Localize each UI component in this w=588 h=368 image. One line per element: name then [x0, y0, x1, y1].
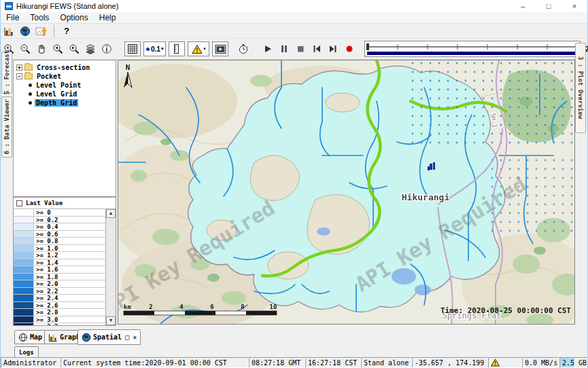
legend-label: >= 1.2	[34, 252, 106, 259]
legend-row[interactable]: >= 1.0	[14, 245, 106, 253]
legend-row[interactable]: >= 0.8	[14, 238, 106, 245]
collapse-icon[interactable]: -	[16, 73, 22, 79]
logs-button[interactable]: Logs	[14, 346, 39, 358]
map-canvas: API Key Required API Key Required Hikura…	[118, 60, 575, 325]
main-toolbar: ?	[1, 24, 587, 39]
point-size-dropdown[interactable]: 0.1 ▾	[143, 41, 166, 56]
scroll-up-icon[interactable]: ▲	[106, 209, 116, 218]
animation-icon[interactable]	[212, 41, 228, 56]
legend-row[interactable]: >= 2.6	[14, 302, 106, 310]
globe-icon[interactable]	[17, 24, 33, 39]
menu-bar: File Tools Options Help	[1, 12, 587, 24]
legend-swatch	[14, 231, 34, 238]
warning-dropdown[interactable]: ▾	[188, 41, 209, 56]
minimize-button[interactable]: –	[510, 0, 536, 12]
legend-row[interactable]: >= 2.0	[14, 280, 106, 288]
maximize-button[interactable]: □	[536, 0, 561, 12]
play-icon[interactable]	[260, 41, 276, 56]
node-bullet-icon	[29, 92, 32, 96]
expand-icon[interactable]: +	[16, 65, 22, 71]
svg-text:2: 2	[149, 303, 152, 310]
legend-row[interactable]: >= 2.2	[14, 288, 106, 295]
legend-label: >= 1.6	[34, 266, 106, 273]
sidebar-tab-forecast[interactable]: 5 : Forecast	[1, 52, 12, 94]
tab-maximize-icon[interactable]: □	[125, 333, 129, 341]
menu-options[interactable]: Options	[54, 13, 93, 22]
plot-arrow-icon[interactable]	[33, 24, 50, 39]
legend-swatch	[14, 295, 34, 301]
svg-text:km: km	[124, 303, 131, 310]
sidebar-tab-data-viewer[interactable]: 6 : Data Viewer	[1, 96, 12, 158]
toolbar-separator	[54, 25, 54, 37]
legend-label: >= 2.4	[34, 295, 106, 301]
legend-list: >= 0>= 0.2>= 0.4>= 0.6>= 0.8>= 1.0>= 1.2…	[14, 209, 106, 325]
legend-swatch	[14, 252, 34, 259]
sidebar-tab-plot-overview[interactable]: 3 : Plot Overview	[575, 43, 586, 133]
help-icon[interactable]: ?	[58, 24, 75, 39]
folder-icon	[24, 65, 33, 71]
status-bar: Administrator Current system time:2020-0…	[1, 357, 587, 368]
timer-icon[interactable]	[235, 41, 252, 56]
status-warning[interactable]	[488, 357, 522, 368]
zoom-out-icon[interactable]	[17, 41, 33, 56]
timeline-slider[interactable]	[364, 41, 581, 57]
legend-header: Last Value	[14, 198, 116, 209]
legend-row[interactable]: >= 1.4	[14, 259, 106, 267]
warning-icon	[491, 358, 500, 367]
legend-row[interactable]: >= 3.2	[14, 323, 106, 325]
legend-swatch	[14, 316, 34, 323]
grid-icon[interactable]	[124, 41, 141, 56]
playback-controls	[260, 41, 358, 56]
info-icon[interactable]	[99, 41, 115, 56]
legend-row[interactable]: >= 2.8	[14, 309, 106, 316]
legend-row[interactable]: >= 1.2	[14, 252, 106, 259]
skip-end-icon[interactable]	[325, 41, 341, 56]
scroll-down-icon[interactable]: ▼	[106, 316, 116, 325]
bar-chart-icon	[48, 333, 58, 342]
tree-node-depth-grid[interactable]: Depth Grid	[16, 98, 116, 107]
layers-icon[interactable]	[82, 41, 99, 56]
legend-scrollbar[interactable]: ▲ ▼	[105, 209, 116, 325]
legend-row[interactable]: >= 1.8	[14, 274, 106, 281]
last-value-checkbox[interactable]	[16, 200, 22, 206]
status-memory: 2.5 GB	[559, 357, 587, 368]
chevron-down-icon: ▾	[203, 46, 206, 52]
legend-row[interactable]: >= 1.6	[14, 266, 106, 274]
legend-swatch	[14, 245, 34, 252]
tree-node-level-grid[interactable]: Level Grid	[16, 90, 116, 98]
tab-close-icon[interactable]: ✕	[133, 333, 137, 341]
tab-spatial[interactable]: Spatial □ ✕	[77, 329, 141, 345]
menu-file[interactable]: File	[1, 13, 24, 22]
legend-swatch	[14, 266, 34, 273]
pan-icon[interactable]	[33, 41, 50, 56]
stop-icon[interactable]	[292, 41, 309, 56]
app-logo-icon	[5, 2, 13, 10]
bar-chart-icon[interactable]	[1, 24, 17, 39]
menu-help[interactable]: Help	[94, 13, 122, 22]
map-view[interactable]: API Key Required API Key Required Hikura…	[118, 60, 575, 325]
close-button[interactable]: ×	[561, 0, 587, 12]
legend-row[interactable]: >= 2.4	[14, 295, 106, 302]
skip-start-icon[interactable]	[309, 41, 325, 56]
status-system-time: Current system time:2020-09-01 00:00 CST	[60, 357, 249, 368]
zoom-previous-icon[interactable]	[50, 41, 66, 56]
menu-tools[interactable]: Tools	[24, 13, 54, 22]
bottom-bar: Map Graph Spatial □ ✕ Logs	[1, 326, 587, 357]
zoom-next-icon[interactable]	[66, 41, 82, 56]
status-local-time: 16:27:18 CST	[305, 357, 361, 368]
legend-row[interactable]: >= 0.4	[14, 223, 106, 231]
legend-row[interactable]: >= 0.6	[14, 231, 106, 238]
ruler-icon[interactable]	[169, 41, 185, 56]
legend-label: >= 2.0	[34, 280, 106, 287]
title-bar: Hikurangi FEWS (Stand alone) – □ ×	[1, 0, 587, 12]
tree-node-cross-section[interactable]: + Cross-section	[16, 63, 116, 71]
record-icon[interactable]	[341, 41, 358, 56]
legend-row[interactable]: >= 0	[14, 209, 106, 217]
legend-row[interactable]: >= 3.0	[14, 316, 106, 324]
tab-map[interactable]: Map	[14, 330, 46, 344]
tree-node-level-point[interactable]: Level Point	[16, 81, 116, 89]
legend-label: >= 3.0	[34, 316, 106, 323]
legend-row[interactable]: >= 0.2	[14, 217, 106, 224]
pause-icon[interactable]	[276, 41, 292, 56]
tree-node-pocket[interactable]: - Pocket	[16, 72, 116, 80]
